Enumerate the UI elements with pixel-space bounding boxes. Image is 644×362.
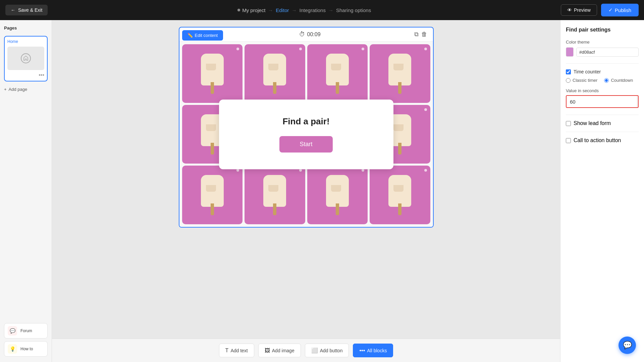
- timer-display: 00:09: [307, 32, 321, 38]
- text-icon: T: [225, 348, 229, 354]
- nav-separator-1: →: [268, 7, 273, 13]
- cta-label: Call to action button: [574, 137, 621, 143]
- nav-right: 👁 Preview ✓ Publish: [561, 4, 639, 16]
- left-sidebar: Pages Home ••• + Add page 💬 Forum: [0, 20, 52, 362]
- grid-cell: [370, 166, 430, 224]
- sidebar-bottom: 💬 Forum 💡 How to: [4, 323, 48, 357]
- howto-label: How to: [20, 347, 33, 351]
- eye-icon: 👁: [567, 7, 572, 13]
- plus-icon: +: [4, 87, 7, 92]
- right-panel: Find pair settings Color theme Time coun…: [560, 20, 644, 362]
- time-counter-checkbox[interactable]: [566, 69, 571, 74]
- nav-editor[interactable]: Editor: [276, 7, 289, 13]
- game-header-actions: ⧉ 🗑: [414, 31, 427, 38]
- countdown-radio[interactable]: [604, 78, 609, 83]
- grid-cell: [182, 44, 243, 103]
- page-card-home[interactable]: Home •••: [4, 36, 48, 81]
- divider-3: [566, 132, 639, 132]
- grid-cell: [182, 166, 243, 224]
- edit-content-button[interactable]: ✏️ Edit content: [182, 30, 223, 41]
- all-blocks-button[interactable]: ••• All blocks: [353, 344, 393, 357]
- page-home-label: Home: [7, 39, 44, 44]
- add-image-button[interactable]: 🖼 Add image: [258, 344, 301, 357]
- canvas-wrapper: ✏️ Edit content Moves: 0 ⏱ 00:09: [179, 27, 434, 228]
- time-counter-row: Time counter: [566, 69, 639, 74]
- cta-row: Call to action button: [566, 137, 639, 143]
- blocks-icon: •••: [359, 348, 365, 354]
- color-theme-section: Color theme: [566, 40, 639, 57]
- classic-timer-radio[interactable]: [566, 78, 571, 83]
- chat-bubble[interactable]: 💬: [619, 337, 636, 354]
- publish-button[interactable]: ✓ Publish: [601, 4, 639, 16]
- add-page-label: Add page: [9, 87, 28, 92]
- image-icon: 🖼: [265, 348, 270, 354]
- add-button-label: Add button: [320, 348, 343, 353]
- bottom-toolbar: T Add text 🖼 Add image ⬜ Add button ••• …: [52, 339, 560, 362]
- color-hex-input[interactable]: [576, 48, 639, 57]
- classic-timer-label: Classic timer: [573, 78, 597, 83]
- home-icon: [23, 56, 28, 61]
- back-arrow-icon: ←: [11, 7, 15, 13]
- project-dot: [237, 9, 240, 11]
- lead-form-checkbox[interactable]: [566, 121, 571, 126]
- save-exit-label: Save & Exit: [18, 7, 42, 13]
- decrement-button[interactable]: ▼: [637, 102, 639, 107]
- sidebar-item-howto[interactable]: 💡 How to: [4, 341, 48, 357]
- canvas-frame: Moves: 0 ⏱ 00:09 ⧉ 🗑: [179, 27, 434, 228]
- grid-cell: [370, 44, 430, 103]
- edit-content-label: Edit content: [195, 33, 218, 38]
- nav-center: My project → Editor → Integrations → Sha…: [237, 7, 371, 13]
- countdown-option: Countdown: [604, 78, 633, 83]
- classic-timer-option: Classic timer: [566, 78, 597, 83]
- forum-icon: 💬: [8, 326, 17, 336]
- grid-cell: [245, 44, 305, 103]
- number-input-wrapper: ▲ ▼: [566, 95, 639, 108]
- timer-type-row: Classic timer Countdown: [566, 78, 639, 83]
- color-swatch[interactable]: [566, 47, 574, 57]
- nav-integrations[interactable]: Integrations: [300, 7, 326, 13]
- add-text-button[interactable]: T Add text: [219, 344, 254, 357]
- panel-title: Find pair settings: [566, 27, 639, 33]
- overlay-title: Find a pair!: [239, 116, 373, 127]
- howto-icon: 💡: [8, 344, 17, 354]
- cta-checkbox[interactable]: [566, 138, 571, 143]
- preview-label: Preview: [574, 7, 591, 13]
- delete-button[interactable]: 🗑: [421, 31, 427, 38]
- forum-label: Forum: [20, 328, 32, 333]
- canvas-area: ✏️ Edit content Moves: 0 ⏱ 00:09: [52, 20, 560, 362]
- nav-separator-2: →: [292, 7, 297, 13]
- time-counter-section: Time counter Classic timer Countdown Val…: [566, 69, 639, 108]
- add-page-button[interactable]: + Add page: [4, 85, 48, 93]
- add-text-label: Add text: [230, 348, 248, 353]
- button-icon: ⬜: [311, 347, 318, 354]
- add-image-label: Add image: [272, 348, 294, 353]
- preview-button[interactable]: 👁 Preview: [561, 4, 597, 16]
- seconds-input[interactable]: [567, 96, 637, 107]
- countdown-label: Countdown: [611, 78, 633, 83]
- value-seconds-section: Value in seconds ▲ ▼: [566, 88, 639, 108]
- edit-content-bar: ✏️ Edit content: [182, 30, 223, 41]
- increment-button[interactable]: ▲: [637, 96, 639, 102]
- add-button-button[interactable]: ⬜ Add button: [305, 344, 349, 357]
- page-options-button[interactable]: •••: [39, 72, 44, 78]
- top-nav: ← Save & Exit My project → Editor → Inte…: [0, 0, 644, 20]
- color-row: [566, 47, 639, 57]
- publish-label: Publish: [615, 7, 631, 13]
- nav-sharing[interactable]: Sharing options: [336, 7, 371, 13]
- copy-button[interactable]: ⧉: [414, 31, 419, 38]
- save-exit-button[interactable]: ← Save & Exit: [5, 5, 48, 15]
- page-thumbnail: [7, 47, 44, 70]
- time-counter-label: Time counter: [574, 69, 601, 74]
- lead-form-row: Show lead form: [566, 120, 639, 126]
- grid-cell: [307, 44, 368, 103]
- game-container: Find a pair! Start: [179, 42, 433, 227]
- page-thumb-icon: [21, 53, 31, 63]
- start-button[interactable]: Start: [279, 136, 332, 153]
- lead-form-label: Show lead form: [574, 120, 611, 126]
- value-seconds-label: Value in seconds: [566, 88, 639, 93]
- all-blocks-label: All blocks: [367, 348, 387, 353]
- grid-cell: [307, 166, 368, 224]
- pages-title: Pages: [4, 25, 48, 31]
- sidebar-item-forum[interactable]: 💬 Forum: [4, 323, 48, 339]
- game-overlay: Find a pair! Start: [219, 100, 393, 169]
